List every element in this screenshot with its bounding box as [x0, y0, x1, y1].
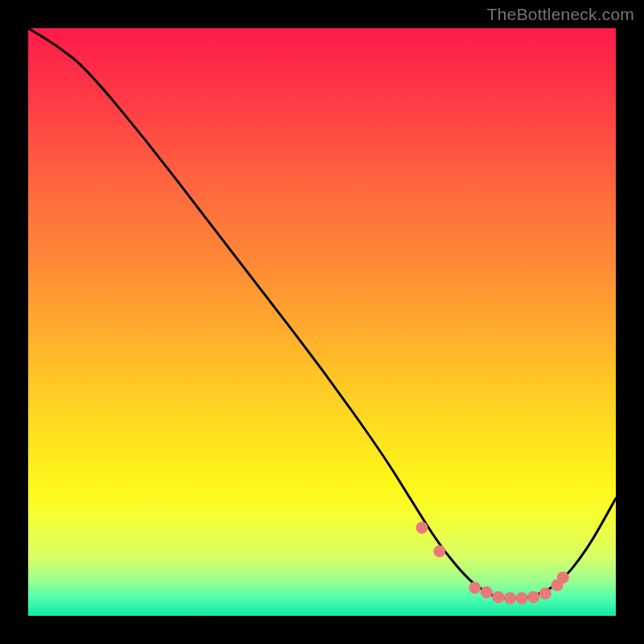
plot-area: [28, 28, 616, 616]
data-marker: [493, 591, 505, 603]
data-marker: [516, 592, 528, 605]
data-marker: [539, 588, 551, 600]
data-marker: [527, 591, 539, 603]
watermark-text: TheBottleneck.com: [487, 5, 634, 24]
chart-container: TheBottleneck.com: [0, 0, 644, 644]
data-marker: [557, 572, 569, 584]
data-marker: [469, 581, 481, 593]
data-marker: [504, 592, 516, 605]
data-marker: [481, 586, 493, 598]
data-marker: [434, 545, 446, 557]
chart-svg: [28, 28, 616, 616]
data-marker: [416, 522, 428, 534]
curve-line: [28, 28, 616, 598]
marker-group: [416, 522, 569, 605]
